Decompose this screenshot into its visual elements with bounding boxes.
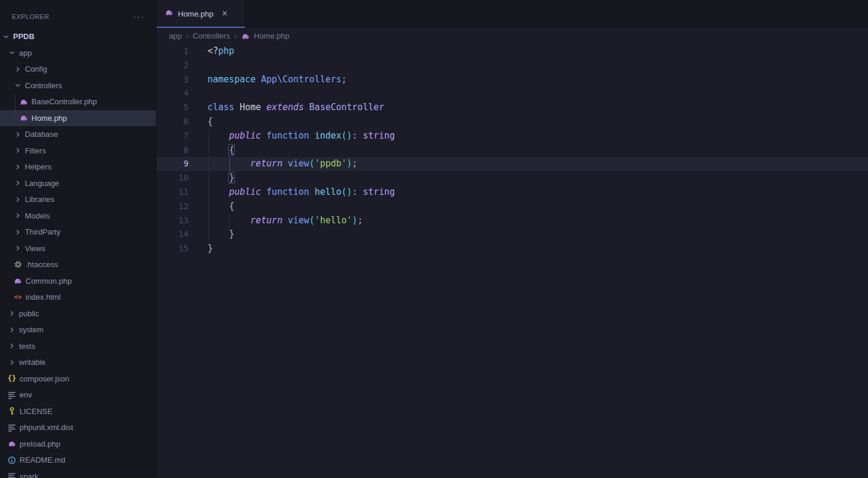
code-line-3: 3namespace App\Controllers; (157, 73, 868, 87)
line-content: } (208, 171, 234, 185)
tree-item-label: preload.php (20, 439, 60, 448)
explorer-header: EXPLORER ··· (0, 0, 156, 26)
tab-home-php[interactable]: Home.php × (157, 0, 245, 27)
tree-folder-config[interactable]: Config (0, 61, 156, 78)
tree-folder-helpers[interactable]: Helpers (0, 159, 156, 175)
breadcrumb-item-home-php[interactable]: ›Home.php (230, 31, 289, 41)
chevron-down-icon (8, 49, 15, 56)
code-line-2: 2 (157, 59, 868, 73)
code-line-9: 9 return view('ppdb'); (157, 157, 868, 171)
tree-folder-views[interactable]: Views (0, 240, 156, 257)
tree-folder-filters[interactable]: Filters (0, 143, 156, 159)
line-content: <?php (208, 44, 234, 59)
code-line-13: 13 return view('hello'); (157, 214, 868, 228)
tree-file-basecontroller-php[interactable]: BaseController.php (0, 94, 156, 110)
tree-folder-controllers[interactable]: Controllers (0, 78, 156, 94)
file-tree: PPDBappConfigControllersBaseController.p… (0, 28, 156, 478)
tree-folder-tests[interactable]: tests (0, 338, 156, 355)
php-elephant-icon (7, 439, 17, 448)
line-content: { (208, 200, 234, 214)
tree-file-home-php[interactable]: Home.php (0, 110, 156, 127)
tree-item-label: composer.json (20, 374, 69, 383)
line-content: { (208, 143, 234, 158)
tree-item-label: Language (25, 179, 59, 188)
tree-file-env[interactable]: env (0, 387, 156, 403)
chevron-right-icon (14, 147, 21, 154)
tree-item-label: ThirdParty (25, 227, 60, 236)
line-number[interactable]: 5 (157, 101, 189, 115)
breadcrumb-item-app[interactable]: app (169, 31, 182, 40)
php-elephant-icon (19, 113, 28, 123)
line-number[interactable]: 15 (157, 242, 189, 256)
line-number[interactable]: 12 (157, 200, 189, 214)
line-number[interactable]: 4 (157, 86, 189, 101)
tree-folder-thirdparty[interactable]: ThirdParty (0, 224, 156, 240)
tree-folder-libraries[interactable]: Libraries (0, 191, 156, 208)
line-number[interactable]: 8 (157, 143, 189, 158)
tree-file-common-php[interactable]: Common.php (0, 273, 156, 290)
line-number[interactable]: 7 (157, 129, 189, 143)
tree-file-index-html[interactable]: <>index.html (0, 289, 156, 306)
tree-folder-writable[interactable]: writable (0, 354, 156, 371)
explorer-title: EXPLORER (12, 13, 49, 20)
breadcrumb-separator: › (234, 31, 237, 40)
tree-folder-system[interactable]: system (0, 322, 156, 338)
chevron-down-icon (14, 82, 21, 89)
tree-folder-ppdb[interactable]: PPDB (0, 28, 156, 45)
indent-guide (208, 129, 209, 242)
line-number[interactable]: 1 (157, 44, 189, 59)
tree-folder-models[interactable]: Models (0, 208, 156, 224)
tree-file-license[interactable]: LICENSE (0, 403, 156, 420)
chevron-right-icon (14, 131, 21, 138)
chevron-right-icon (14, 66, 21, 73)
code-area[interactable]: 1<?php23namespace App\Controllers;45clas… (157, 44, 868, 478)
tree-file-preload-php[interactable]: preload.php (0, 436, 156, 453)
tree-folder-language[interactable]: Language (0, 175, 156, 192)
tree-item-label: Common.php (25, 277, 72, 285)
php-elephant-icon (19, 97, 28, 107)
tab-close-icon[interactable]: × (219, 8, 230, 19)
html-code-icon: <> (14, 293, 21, 301)
text-lines-icon (8, 391, 16, 399)
chevron-right-icon (14, 179, 21, 187)
line-number[interactable]: 14 (157, 227, 189, 242)
tree-item-label: Libraries (25, 195, 55, 204)
code-line-7: 7 public function index(): string (157, 129, 868, 143)
tree-item-label: Models (25, 211, 50, 220)
line-number[interactable]: 13 (157, 214, 189, 228)
tree-file-spark[interactable]: spark (0, 469, 156, 478)
line-number[interactable]: 11 (157, 185, 189, 200)
php-elephant-icon (164, 8, 174, 17)
tree-item-label: Controllers (25, 81, 62, 90)
code-line-14: 14 } (157, 227, 868, 242)
breadcrumb-label: Controllers (193, 31, 230, 40)
more-actions-icon[interactable]: ··· (133, 14, 145, 20)
chevron-right-icon (8, 359, 15, 366)
tree-file--htaccess[interactable]: .htaccess (0, 256, 156, 273)
tab-bar: Home.php × (157, 0, 868, 27)
tree-item-label: Config (25, 65, 47, 73)
line-number[interactable]: 2 (157, 59, 189, 73)
code-line-8: 8 { (157, 143, 868, 158)
tree-folder-app[interactable]: app (0, 45, 156, 62)
line-number[interactable]: 10 (157, 171, 189, 185)
tree-item-label: .htaccess (25, 260, 58, 269)
code-line-11: 11 public function hello(): string (157, 185, 868, 200)
tree-file-phpunit-xml-dist[interactable]: phpunit.xml.dist (0, 419, 156, 436)
code-line-10: 10 } (157, 171, 868, 185)
tree-item-label: env (20, 390, 32, 399)
line-number[interactable]: 6 (157, 115, 189, 129)
line-number[interactable]: 9 (157, 157, 189, 171)
tree-folder-public[interactable]: public (0, 306, 156, 322)
gear-icon (14, 260, 23, 269)
line-content: public function hello(): string (208, 185, 395, 200)
php-elephant-icon (13, 276, 23, 285)
tree-file-readme-md[interactable]: README.md (0, 452, 156, 469)
line-number[interactable]: 3 (157, 73, 189, 87)
tree-item-label: Helpers (25, 162, 52, 171)
chevron-right-icon (14, 163, 21, 171)
breadcrumb-item-controllers[interactable]: ›Controllers (182, 31, 230, 40)
tree-file-composer-json[interactable]: {}composer.json (0, 371, 156, 387)
tree-item-label: Home.php (31, 114, 67, 123)
tree-folder-database[interactable]: Database (0, 126, 156, 143)
